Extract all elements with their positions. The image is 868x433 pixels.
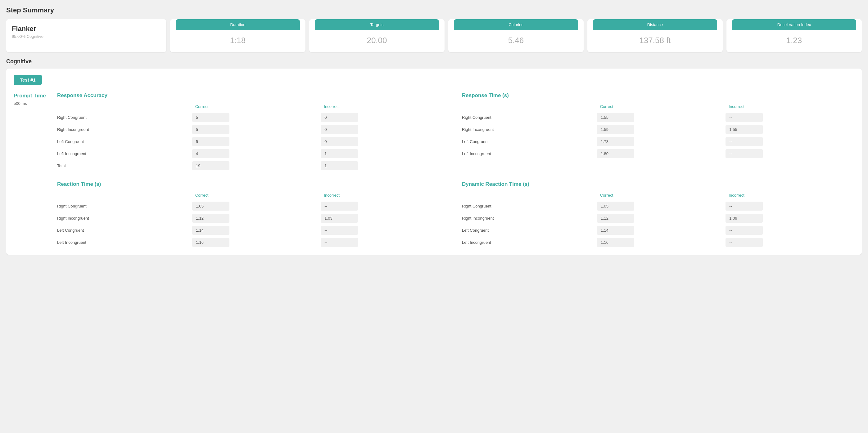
row-correct: 1.16 (597, 236, 726, 248)
table-row: Left Incongruent1.16-- (57, 236, 450, 248)
table-row: Right Congruent1.05-- (57, 200, 450, 212)
table-row: Right Congruent50 (57, 111, 450, 124)
rct-col-correct: Correct (192, 192, 321, 200)
row-label: Right Incongruent (57, 212, 192, 224)
duration-card: Duration 1:18 (170, 19, 306, 52)
drt-col-label (462, 192, 597, 200)
rt-col-correct: Correct (597, 103, 726, 111)
row-incorrect: -- (725, 224, 854, 236)
deceleration-card: Deceleration Index 1.23 (726, 19, 862, 52)
prompt-time-col: Prompt Time 500 ms (14, 93, 51, 248)
distance-header: Distance (593, 19, 717, 30)
table-row: Left Congruent1.14-- (57, 224, 450, 236)
row-incorrect: -- (725, 147, 854, 160)
row-label: Right Congruent (57, 200, 192, 212)
table-row: Left Congruent50 (57, 136, 450, 147)
prompt-time-value: 500 ms (14, 101, 51, 106)
row-correct: 1.59 (597, 124, 726, 136)
row-label: Left Incongruent (462, 236, 597, 248)
table-row: Left Incongruent41 (57, 147, 450, 160)
table-row: Right Incongruent50 (57, 124, 450, 136)
table-row: Left Incongruent1.16-- (462, 236, 854, 248)
row-correct: 1.05 (192, 200, 321, 212)
tables-grid: Response Accuracy Correct Incorrect Righ… (57, 93, 854, 248)
row-correct: 1.80 (597, 147, 726, 160)
row-label: Left Incongruent (462, 147, 597, 160)
distance-value: 137.58 ft (639, 33, 671, 48)
row-correct: 1.55 (597, 111, 726, 124)
test-section: Test #1 Prompt Time 500 ms Response Accu… (6, 69, 862, 255)
distance-card: Distance 137.58 ft (587, 19, 723, 52)
rct-col-incorrect: Incorrect (321, 192, 450, 200)
row-incorrect: 1 (321, 160, 450, 172)
row-incorrect: -- (725, 236, 854, 248)
reaction-time-section: Reaction Time (s) Correct Incorrect Righ… (57, 181, 450, 248)
row-label: Left Congruent (462, 224, 597, 236)
deceleration-header: Deceleration Index (732, 19, 856, 30)
calories-header: Calories (454, 19, 578, 30)
response-time-section: Response Time (s) Correct Incorrect Righ… (462, 93, 854, 172)
table-row: Right Congruent1.55-- (462, 111, 854, 124)
row-correct: 1.12 (192, 212, 321, 224)
table-row: Left Congruent1.14-- (462, 224, 854, 236)
row-correct: 1.73 (597, 136, 726, 147)
response-accuracy-section: Response Accuracy Correct Incorrect Righ… (57, 93, 450, 172)
response-accuracy-table: Correct Incorrect Right Congruent50Right… (57, 103, 450, 172)
row-incorrect: -- (725, 111, 854, 124)
row-correct: 1.14 (192, 224, 321, 236)
cognitive-section-title: Cognitive (6, 58, 862, 65)
row-label: Right Incongruent (57, 124, 192, 136)
rt-col-label (462, 103, 597, 111)
row-correct: 1.05 (597, 200, 726, 212)
targets-value: 20.00 (367, 33, 387, 48)
row-correct: 1.14 (597, 224, 726, 236)
dynamic-reaction-time-title: Dynamic Reaction Time (s) (462, 181, 854, 187)
prompt-time-label: Prompt Time (14, 93, 51, 99)
row-correct: 5 (192, 111, 321, 124)
flanker-card: Flanker 95.00% Cognitive (6, 19, 166, 52)
dynamic-reaction-time-section: Dynamic Reaction Time (s) Correct Incorr… (462, 181, 854, 248)
row-label: Left Incongruent (57, 236, 192, 248)
response-time-title: Response Time (s) (462, 93, 854, 99)
row-label: Total (57, 160, 192, 172)
table-row: Right Incongruent1.121.03 (57, 212, 450, 224)
row-incorrect: 0 (321, 111, 450, 124)
row-label: Right Incongruent (462, 124, 597, 136)
table-row: Right Incongruent1.121.09 (462, 212, 854, 224)
row-incorrect: -- (321, 200, 450, 212)
row-correct: 5 (192, 124, 321, 136)
targets-card: Targets 20.00 (309, 19, 444, 52)
duration-value: 1:18 (230, 33, 246, 48)
calories-value: 5.46 (508, 33, 524, 48)
table-row: Total191 (57, 160, 450, 172)
rt-col-incorrect: Incorrect (725, 103, 854, 111)
calories-card: Calories 5.46 (448, 19, 584, 52)
row-label: Left Congruent (57, 224, 192, 236)
summary-row: Flanker 95.00% Cognitive Duration 1:18 T… (6, 19, 862, 52)
row-incorrect: -- (725, 136, 854, 147)
row-correct: 5 (192, 136, 321, 147)
ra-col-correct: Correct (192, 103, 321, 111)
row-label: Left Congruent (462, 136, 597, 147)
row-label: Left Incongruent (57, 147, 192, 160)
drt-col-incorrect: Incorrect (725, 192, 854, 200)
row-correct: 1.12 (597, 212, 726, 224)
row-incorrect: 1.03 (321, 212, 450, 224)
row-incorrect: 1.09 (725, 212, 854, 224)
table-row: Left Incongruent1.80-- (462, 147, 854, 160)
row-incorrect: 0 (321, 136, 450, 147)
drt-col-correct: Correct (597, 192, 726, 200)
page-title: Step Summary (6, 6, 862, 14)
test-body: Prompt Time 500 ms Response Accuracy Cor… (14, 93, 854, 248)
row-incorrect: 0 (321, 124, 450, 136)
deceleration-value: 1.23 (786, 33, 802, 48)
table-row: Right Incongruent1.591.55 (462, 124, 854, 136)
rct-col-label (57, 192, 192, 200)
response-accuracy-title: Response Accuracy (57, 93, 450, 99)
test-badge: Test #1 (14, 75, 42, 85)
flanker-subtitle: 95.00% Cognitive (12, 34, 161, 39)
row-correct: 4 (192, 147, 321, 160)
row-label: Right Incongruent (462, 212, 597, 224)
row-correct: 1.16 (192, 236, 321, 248)
row-correct: 19 (192, 160, 321, 172)
